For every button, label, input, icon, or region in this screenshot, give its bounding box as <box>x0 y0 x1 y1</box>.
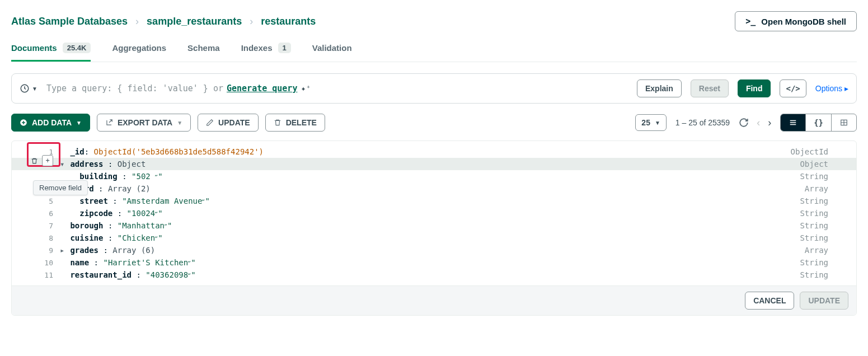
terminal-icon: >_ <box>745 16 756 26</box>
export-data-button[interactable]: EXPORT DATA ▼ <box>97 114 191 132</box>
tab-label: Indexes <box>241 43 273 53</box>
open-shell-button[interactable]: >_ Open MongoDB shell <box>735 11 857 31</box>
document-line[interactable]: 7 borough : "Manhattan˶"String <box>12 219 856 232</box>
field-type: String <box>800 172 845 181</box>
tab-label: Documents <box>11 43 57 53</box>
view-toggle: {} <box>780 114 857 132</box>
generate-query-link[interactable]: Generate query <box>227 83 297 93</box>
breadcrumb: Atlas Sample Databases › sample_restaura… <box>11 16 316 27</box>
tabs: Documents 25.4K Aggregations Schema Inde… <box>11 43 857 62</box>
breadcrumb-collection[interactable]: restaurants <box>261 16 316 27</box>
json-view-button[interactable]: {} <box>806 114 832 131</box>
field-type: String <box>800 221 845 230</box>
document-line[interactable]: ord : Array (2)Array <box>12 182 856 195</box>
field-type: Object <box>800 160 845 168</box>
line-content: ord : Array (2) <box>60 184 805 193</box>
document-line[interactable]: 2▾ address : ObjectObject <box>12 158 856 170</box>
line-number: 6 <box>12 209 60 218</box>
braces-icon: {} <box>814 118 823 127</box>
query-bar: ▼ Type a query: { field: 'value' } or Ge… <box>11 73 857 104</box>
field-type: Array <box>805 184 845 193</box>
document-line[interactable]: 10 name : "Harriet'S Kitchen˶"String <box>12 256 856 269</box>
line-number: 8 <box>12 234 60 242</box>
line-number: 5 <box>12 197 60 205</box>
field-type: String <box>800 258 845 267</box>
line-content: name : "Harriet'S Kitchen˶" <box>60 258 800 268</box>
breadcrumb-db[interactable]: sample_restaurants <box>147 16 242 27</box>
field-type: ObjectId <box>791 147 845 156</box>
tab-validation[interactable]: Validation <box>312 43 352 62</box>
document-line[interactable]: building : "502 ˶"String <box>12 170 856 182</box>
tab-badge: 1 <box>278 43 291 53</box>
code-icon: </> <box>786 84 800 93</box>
explain-button[interactable]: Explain <box>637 79 682 97</box>
sparkle-icon: ✦⁺ <box>301 83 311 93</box>
field-type: String <box>800 209 845 218</box>
page-info: 1 – 25 of 25359 <box>675 118 730 127</box>
document-footer: CANCEL UPDATE <box>12 285 856 315</box>
tab-aggregations[interactable]: Aggregations <box>112 43 166 62</box>
update-button[interactable]: UPDATE <box>198 114 259 132</box>
tab-documents[interactable]: Documents 25.4K <box>11 43 91 62</box>
caret-down-icon: ▼ <box>76 120 82 126</box>
toolbar: ADD DATA ▼ EXPORT DATA ▼ UPDATE DELETE 2… <box>11 114 857 132</box>
trash-icon <box>274 119 281 127</box>
line-content: borough : "Manhattan˶" <box>60 221 800 231</box>
caret-down-icon: ▼ <box>177 120 182 126</box>
next-page-button[interactable]: › <box>768 117 771 129</box>
prev-page-button[interactable]: ‹ <box>757 117 760 129</box>
query-input[interactable]: Type a query: { field: 'value' } or Gene… <box>46 83 628 93</box>
caret-down-icon: ▼ <box>655 120 660 126</box>
export-icon <box>105 119 113 127</box>
line-content: ▸ grades : Array (6) <box>60 246 805 255</box>
list-view-button[interactable] <box>781 114 806 131</box>
line-content: street : "Amsterdam Avenue˶" <box>60 196 800 206</box>
line-content: restaurant_id : "40362098˶" <box>60 270 800 280</box>
document-line[interactable]: 5 street : "Amsterdam Avenue˶"String <box>12 195 856 207</box>
delete-button[interactable]: DELETE <box>265 114 325 132</box>
document-line[interactable]: 8 cuisine : "Chicken˶"String <box>12 232 856 244</box>
find-button[interactable]: Find <box>738 79 771 97</box>
reset-button[interactable]: Reset <box>691 79 729 97</box>
row-actions: + <box>29 155 53 166</box>
line-number: 7 <box>12 222 60 230</box>
remove-field-button[interactable] <box>29 155 40 166</box>
add-data-button[interactable]: ADD DATA ▼ <box>11 114 90 132</box>
field-type: Array <box>805 246 845 255</box>
document-card: + Remove field 1 _id: ObjectId('5eb3d668… <box>11 140 857 316</box>
tooltip: Remove field <box>33 180 88 195</box>
table-view-button[interactable] <box>832 114 856 131</box>
chevron-right-icon: › <box>135 16 139 27</box>
line-number: 11 <box>12 271 60 279</box>
add-field-button[interactable]: + <box>42 155 53 166</box>
line-content: _id: ObjectId('5eb3d668b31de5d588f42942'… <box>60 147 791 156</box>
update-confirm-button[interactable]: UPDATE <box>800 292 848 310</box>
line-content: building : "502 ˶" <box>60 172 800 181</box>
caret-down-icon: ▼ <box>32 86 37 92</box>
document-line[interactable]: 1 _id: ObjectId('5eb3d668b31de5d588f4294… <box>12 146 856 158</box>
tab-label: Validation <box>312 43 352 53</box>
history-dropdown[interactable]: ▼ <box>20 83 37 93</box>
query-placeholder: Type a query: { field: 'value' } or <box>46 83 223 93</box>
table-icon <box>839 119 848 127</box>
tab-badge: 25.4K <box>63 43 91 53</box>
options-link[interactable]: Options ▸ <box>815 84 848 93</box>
refresh-icon[interactable] <box>739 118 749 128</box>
page-size-select[interactable]: 25 ▼ <box>635 114 666 131</box>
caret-right-icon: ▸ <box>844 84 848 93</box>
trash-icon <box>31 157 38 165</box>
chevron-right-icon: › <box>250 16 253 27</box>
code-toggle-button[interactable]: </> <box>780 79 806 97</box>
field-type: String <box>800 196 845 205</box>
document-line[interactable]: 9▸ grades : Array (6)Array <box>12 244 856 256</box>
field-type: String <box>800 233 845 242</box>
plus-circle-icon <box>20 119 27 127</box>
document-line[interactable]: 6 zipcode : "10024˶"String <box>12 207 856 219</box>
document-line[interactable]: 11 restaurant_id : "40362098˶"String <box>12 269 856 281</box>
breadcrumb-root[interactable]: Atlas Sample Databases <box>11 16 128 27</box>
cancel-button[interactable]: CANCEL <box>745 292 794 310</box>
tab-schema[interactable]: Schema <box>187 43 220 62</box>
line-number: 9 <box>12 246 60 255</box>
line-content: cuisine : "Chicken˶" <box>60 233 800 243</box>
tab-indexes[interactable]: Indexes 1 <box>241 43 291 62</box>
